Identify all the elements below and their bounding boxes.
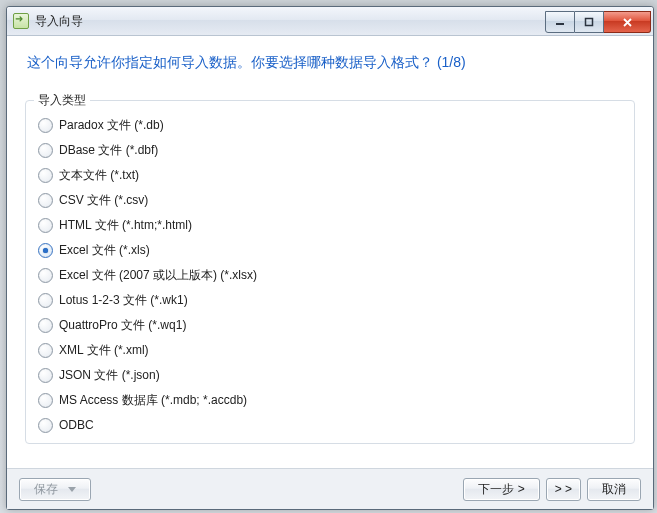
option-label: Paradox 文件 (*.db) (59, 115, 164, 135)
wizard-prompt: 这个向导允许你指定如何导入数据。你要选择哪种数据导入格式？ (1/8) (27, 54, 633, 72)
import-type-option[interactable]: DBase 文件 (*.dbf) (38, 140, 624, 160)
radio-icon (38, 318, 53, 333)
radio-icon (38, 243, 53, 258)
wizard-footer: 保存 下一步 > > > 取消 (7, 468, 653, 509)
radio-icon (38, 168, 53, 183)
save-label: 保存 (34, 481, 58, 498)
radio-icon (38, 218, 53, 233)
option-label: CSV 文件 (*.csv) (59, 190, 148, 210)
save-button[interactable]: 保存 (19, 478, 91, 501)
option-label: Excel 文件 (*.xls) (59, 240, 150, 260)
radio-icon (38, 118, 53, 133)
import-type-group: 导入类型 Paradox 文件 (*.db)DBase 文件 (*.dbf)文本… (25, 100, 635, 444)
window-controls (545, 11, 651, 31)
import-type-option[interactable]: XML 文件 (*.xml) (38, 340, 624, 360)
content-area: 这个向导允许你指定如何导入数据。你要选择哪种数据导入格式？ (1/8) 导入类型… (7, 36, 653, 468)
option-label: MS Access 数据库 (*.mdb; *.accdb) (59, 390, 247, 410)
import-wizard-window: 导入向导 这个向导允许你指定如何导入数据。你要选择哪种数据导入格式？ (1/8)… (6, 6, 654, 510)
minimize-button[interactable] (545, 11, 575, 33)
option-label: JSON 文件 (*.json) (59, 365, 160, 385)
minimize-icon (555, 17, 565, 27)
radio-icon (38, 268, 53, 283)
radio-icon (38, 143, 53, 158)
radio-icon (38, 293, 53, 308)
option-label: QuattroPro 文件 (*.wq1) (59, 315, 186, 335)
cancel-label: 取消 (602, 481, 626, 498)
option-label: HTML 文件 (*.htm;*.html) (59, 215, 192, 235)
import-type-option[interactable]: Excel 文件 (2007 或以上版本) (*.xlsx) (38, 265, 624, 285)
close-button[interactable] (604, 11, 651, 33)
import-type-option[interactable]: Paradox 文件 (*.db) (38, 115, 624, 135)
option-label: ODBC (59, 415, 94, 435)
option-label: Excel 文件 (2007 或以上版本) (*.xlsx) (59, 265, 257, 285)
app-icon (13, 13, 29, 29)
import-type-option[interactable]: ODBC (38, 415, 624, 435)
radio-icon (38, 418, 53, 433)
option-label: DBase 文件 (*.dbf) (59, 140, 158, 160)
next-label: 下一步 > (478, 481, 524, 498)
radio-icon (38, 393, 53, 408)
maximize-icon (584, 17, 594, 27)
maximize-button[interactable] (575, 11, 604, 33)
import-type-option[interactable]: HTML 文件 (*.htm;*.html) (38, 215, 624, 235)
option-label: XML 文件 (*.xml) (59, 340, 149, 360)
radio-icon (38, 193, 53, 208)
close-icon (622, 17, 633, 28)
import-type-options: Paradox 文件 (*.db)DBase 文件 (*.dbf)文本文件 (*… (38, 115, 624, 435)
next-button[interactable]: 下一步 > (463, 478, 539, 501)
chevron-down-icon (68, 487, 76, 492)
option-label: 文本文件 (*.txt) (59, 165, 139, 185)
import-type-option[interactable]: JSON 文件 (*.json) (38, 365, 624, 385)
option-label: Lotus 1-2-3 文件 (*.wk1) (59, 290, 188, 310)
svg-rect-1 (586, 19, 593, 26)
import-type-option[interactable]: QuattroPro 文件 (*.wq1) (38, 315, 624, 335)
import-type-option[interactable]: 文本文件 (*.txt) (38, 165, 624, 185)
radio-icon (38, 368, 53, 383)
titlebar: 导入向导 (7, 7, 653, 36)
import-type-option[interactable]: MS Access 数据库 (*.mdb; *.accdb) (38, 390, 624, 410)
skip-button[interactable]: > > (546, 478, 581, 501)
window-title: 导入向导 (35, 13, 83, 30)
cancel-button[interactable]: 取消 (587, 478, 641, 501)
import-type-option[interactable]: Lotus 1-2-3 文件 (*.wk1) (38, 290, 624, 310)
group-legend: 导入类型 (34, 92, 90, 109)
import-type-option[interactable]: Excel 文件 (*.xls) (38, 240, 624, 260)
radio-icon (38, 343, 53, 358)
import-type-option[interactable]: CSV 文件 (*.csv) (38, 190, 624, 210)
skip-label: > > (555, 482, 572, 496)
